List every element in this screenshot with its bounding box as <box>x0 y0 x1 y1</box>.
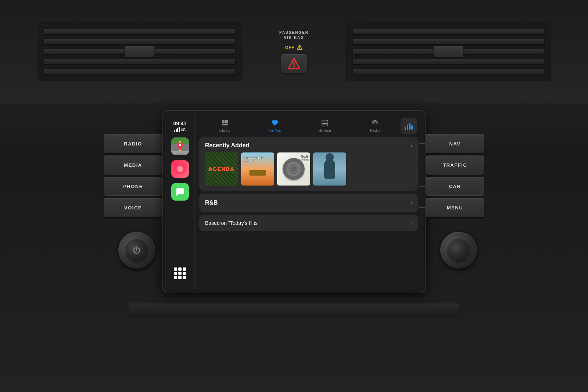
airbag-icon: ⚠ <box>297 43 303 51</box>
messages-icon-graphic <box>175 186 186 197</box>
main-content-area: Recently Added › AGENDA <box>195 137 423 289</box>
vent-slat <box>353 39 544 44</box>
left-vent <box>37 22 243 81</box>
app-icon-maps[interactable] <box>171 137 189 155</box>
rnb-title: R&B <box>205 199 218 206</box>
phone-button[interactable]: PHONE <box>104 177 162 196</box>
based-on-section[interactable]: Based on "Today's Hits" › <box>199 215 418 231</box>
app-icon-home[interactable] <box>171 265 189 282</box>
volume-knob-area <box>426 224 521 269</box>
power-knob[interactable] <box>118 232 155 269</box>
airbag-status: OFF ⚠ <box>285 43 303 51</box>
nav-button[interactable]: NAV <box>426 134 484 153</box>
hazard-button[interactable] <box>281 54 307 73</box>
recently-added-chevron: › <box>410 143 412 148</box>
rnb-header[interactable]: R&B › <box>199 194 418 212</box>
airbag-title: PASSENGER AIR BAG <box>279 30 309 40</box>
svg-rect-12 <box>222 126 228 126</box>
recently-added-section: Recently Added › AGENDA <box>199 137 418 191</box>
heart-icon <box>271 119 279 127</box>
screen-main-content: Library For You <box>195 113 423 289</box>
svg-rect-9 <box>222 120 225 123</box>
svg-point-14 <box>374 123 376 124</box>
power-icon <box>133 246 141 254</box>
dashboard: PASSENGER AIR BAG OFF ⚠ <box>0 0 588 392</box>
based-on-title: Based on "Today's Hits" <box>205 220 259 226</box>
top-vents-area: PASSENGER AIR BAG OFF ⚠ <box>0 0 588 103</box>
album-silhouette[interactable] <box>313 152 346 186</box>
vent-slat <box>44 39 235 44</box>
voice-button[interactable]: VOICE <box>104 198 162 217</box>
right-vent <box>345 22 551 81</box>
album-no6[interactable]: No.6 Ed Sheeran <box>277 152 310 186</box>
vent-slat <box>44 69 235 74</box>
tab-radio[interactable]: Radio <box>351 118 399 134</box>
car-button[interactable]: CAR <box>426 177 484 196</box>
power-knob-area <box>67 224 162 269</box>
album-agenda-title: AGENDA <box>209 166 234 172</box>
signal-bar-3 <box>177 128 178 132</box>
vent-slat <box>353 69 544 74</box>
album-free-spirit-title: FREE SPIRIT <box>245 156 270 159</box>
radio-icon <box>371 119 379 127</box>
screen-sidebar: 09:41 4G <box>165 113 195 289</box>
album-no6-title: No.6 <box>301 155 308 158</box>
silhouette-figure <box>324 159 335 179</box>
media-button[interactable]: MEDIA <box>104 155 162 175</box>
now-playing-button[interactable] <box>401 118 417 134</box>
right-controls: NAV TRAFFIC CAR MENU <box>426 134 521 269</box>
menu-button[interactable]: MENU <box>426 198 484 217</box>
volume-knob-inner <box>448 239 470 261</box>
tab-library-label: Library <box>219 129 231 133</box>
svg-point-7 <box>179 169 180 170</box>
volume-knob[interactable] <box>440 232 477 269</box>
traffic-button[interactable]: TRAFFIC <box>426 155 484 175</box>
signal-bar-2 <box>176 129 177 132</box>
tab-for-you[interactable]: For You <box>251 118 299 134</box>
album-free-spirit[interactable]: FREE SPIRIT KHALID <box>241 152 274 186</box>
vent-slat <box>44 29 235 34</box>
recently-added-title: Recently Added <box>205 142 249 149</box>
tab-browse-label: Browse <box>319 129 331 133</box>
album-grid: AGENDA FREE SPIRIT KHALID <box>199 152 418 191</box>
vent-thumb[interactable] <box>434 46 463 57</box>
app-icon-messages[interactable] <box>171 183 189 201</box>
vent-thumb[interactable] <box>125 46 154 57</box>
network-type: 4G <box>181 128 186 132</box>
album-no6-artist: Ed Sheeran <box>295 158 309 161</box>
album-no6-graphic <box>283 158 305 180</box>
tab-library[interactable]: Library <box>201 118 249 134</box>
signal-bar-4 <box>179 127 180 132</box>
airbag-panel: PASSENGER AIR BAG OFF ⚠ <box>254 18 334 84</box>
vent-slat <box>353 29 544 34</box>
based-on-chevron: › <box>410 220 412 226</box>
tab-bar: Library For You <box>195 113 423 137</box>
tab-radio-label: Radio <box>370 129 380 133</box>
svg-point-3 <box>179 144 181 146</box>
signal-bars <box>174 127 180 132</box>
radio-button[interactable]: RADIO <box>104 134 162 153</box>
infotainment-row: RADIO MEDIA PHONE VOICE <box>0 103 588 303</box>
browse-icon <box>321 119 329 127</box>
library-icon <box>221 119 229 127</box>
screen-container: 09:41 4G <box>162 110 426 292</box>
app-icon-music[interactable] <box>171 160 189 178</box>
tab-for-you-label: For You <box>269 129 281 133</box>
bottom-trim <box>129 303 459 318</box>
infotainment-screen: 09:41 4G <box>165 113 423 289</box>
recently-added-header[interactable]: Recently Added › <box>199 137 418 152</box>
time-display: 09:41 4G <box>173 121 187 132</box>
vent-slat <box>353 59 544 64</box>
clock: 09:41 <box>173 121 187 126</box>
left-controls: RADIO MEDIA PHONE VOICE <box>67 134 162 269</box>
rnb-section: R&B › <box>199 194 418 212</box>
vent-slat <box>44 59 235 64</box>
svg-rect-11 <box>222 124 228 125</box>
album-free-spirit-artist: KHALID <box>245 159 270 162</box>
screen-frame: 09:41 4G <box>162 110 426 292</box>
equalizer-icon <box>405 122 413 130</box>
tab-browse[interactable]: Browse <box>301 118 349 134</box>
power-knob-inner <box>126 239 148 261</box>
grid-icon <box>173 266 187 281</box>
album-agenda[interactable]: AGENDA <box>205 152 238 186</box>
